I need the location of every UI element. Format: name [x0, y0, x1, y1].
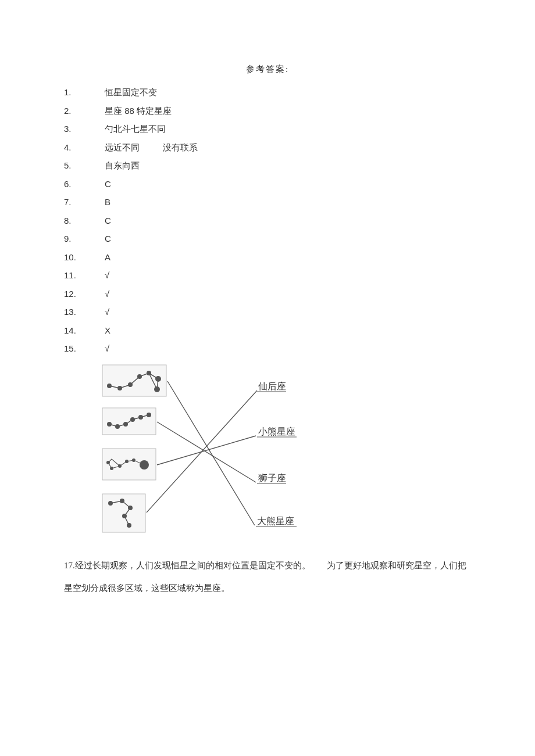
constellation-label: 狮子座 [258, 473, 286, 483]
answer-value-part: 没有联系 [163, 142, 198, 152]
constellation-box-4 [102, 494, 145, 532]
answer-number: 9. [64, 230, 105, 248]
answer-value: 远近不同没有联系 [105, 138, 198, 157]
answer-value: X [105, 321, 110, 340]
constellation-label: 大熊星座 [257, 516, 294, 526]
answer-value: √ [105, 303, 109, 321]
answer-row: 5. 自东向西 [64, 156, 471, 175]
match-line [147, 390, 257, 513]
svg-rect-8 [102, 408, 156, 435]
answer-row: 9. C [64, 230, 471, 248]
answer-number: 12. [64, 285, 105, 303]
constellation-label: 小熊星座 [258, 427, 295, 436]
answer-value: 勺北斗七星不同 [105, 120, 166, 138]
answer-number: 2. [64, 102, 105, 120]
answer-row: 11. √ [64, 266, 471, 285]
matching-diagram: 仙后座 小熊星座 狮子座 大熊星座 [99, 361, 471, 544]
answer-value: 恒星固定不变 [105, 83, 157, 102]
answer-row: 4. 远近不同没有联系 [64, 138, 471, 157]
answer-value: √ [105, 285, 109, 303]
answer-number: 3. [64, 120, 105, 138]
answer-row: 2. 星座 88 特定星座 [64, 102, 471, 120]
document-page: 参考答案: 1. 恒星固定不变 2. 星座 88 特定星座 3. 勺北斗七星不同… [0, 0, 535, 646]
paragraph-text: 17.经过长期观察，人们发现恒星之间的相对位置是固定不变的。 [64, 561, 311, 570]
answer-value: √ [105, 339, 109, 358]
answer-row: 15. √ [64, 339, 471, 358]
answer-value: 星座 88 特定星座 [105, 102, 172, 120]
match-line [157, 422, 256, 482]
answer-number: 8. [64, 212, 105, 230]
answer-row: 3. 勺北斗七星不同 [64, 120, 471, 138]
answer-number: 4. [64, 138, 105, 157]
match-line [167, 381, 255, 525]
answer-row: 12. √ [64, 285, 471, 303]
answer-list: 1. 恒星固定不变 2. 星座 88 特定星座 3. 勺北斗七星不同 4. 远近… [64, 83, 471, 358]
answer-number: 13. [64, 303, 105, 321]
answer-row: 14. X [64, 321, 471, 340]
answer-value: C [105, 212, 111, 230]
answer-number: 14. [64, 321, 105, 340]
answer-row: 10. A [64, 248, 471, 267]
answer-number: 6. [64, 175, 105, 194]
answer-number: 10. [64, 248, 105, 267]
constellation-box-2 [102, 408, 156, 435]
answer-value: A [105, 248, 110, 267]
answer-row: 7. B [64, 193, 471, 212]
answer-number: 1. [64, 83, 105, 102]
answer-number: 11. [64, 266, 105, 285]
answer-row: 6. C [64, 175, 471, 194]
answer-value: √ [105, 266, 109, 285]
page-title: 参考答案: [64, 64, 471, 75]
answer-row: 13. √ [64, 303, 471, 321]
answer-number: 15. [64, 339, 105, 358]
answer-value: B [105, 193, 110, 212]
constellation-matching-svg: 仙后座 小熊星座 狮子座 大熊星座 [99, 361, 308, 542]
constellation-box-3 [102, 449, 156, 480]
match-line [157, 436, 256, 465]
question-17-paragraph: 17.经过长期观察，人们发现恒星之间的相对位置是固定不变的。为了更好地观察和研究… [64, 554, 471, 600]
answer-value: C [105, 230, 111, 248]
answer-value-part: 远近不同 [105, 142, 140, 152]
answer-value: C [105, 175, 111, 194]
answer-row: 1. 恒星固定不变 [64, 83, 471, 102]
answer-row: 8. C [64, 212, 471, 230]
answer-number: 5. [64, 156, 105, 175]
constellation-label: 仙后座 [258, 381, 286, 391]
answer-number: 7. [64, 193, 105, 212]
constellation-box-1 [102, 365, 166, 396]
answer-value: 自东向西 [105, 156, 140, 175]
